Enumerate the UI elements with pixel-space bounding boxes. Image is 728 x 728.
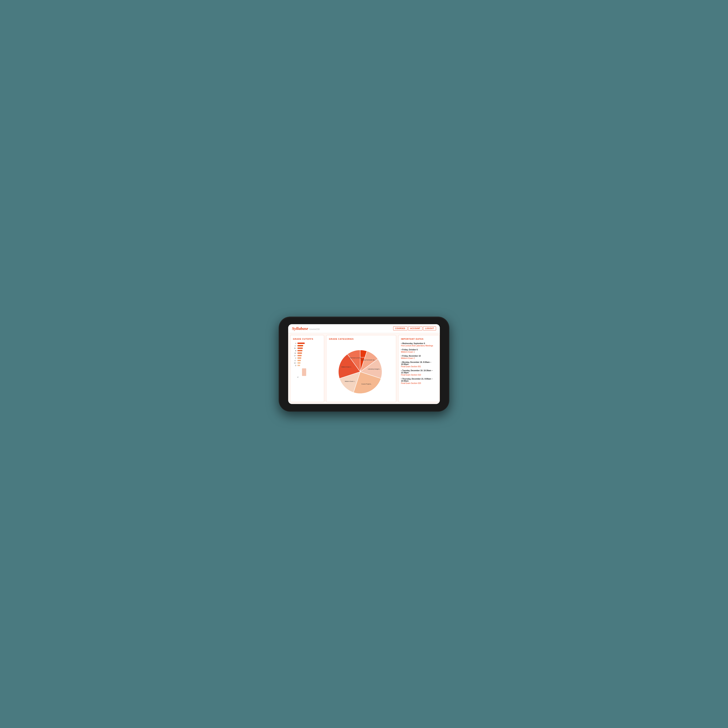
dates-list: •Wednesday, September 6First Lecture And… xyxy=(401,343,437,384)
device: Syllabase /course216 COURSES ACCOUNT LOG… xyxy=(279,317,449,411)
logo-area: Syllabase /course216 xyxy=(292,326,320,331)
date-link[interactable]: First Lecture And Laboratory Meetings xyxy=(401,345,437,347)
important-dates-panel: IMPORTANT DATES •Wednesday, September 6F… xyxy=(398,335,440,402)
date-day: •Monday, December 18. 8:00am – 10:00am xyxy=(401,361,437,366)
grade-label: B+ xyxy=(293,347,296,349)
grade-bar xyxy=(297,345,303,346)
nav-courses-button[interactable]: COURSES xyxy=(393,326,407,330)
grade-row: B xyxy=(293,350,321,352)
date-day: •Friday, October 6 xyxy=(401,349,437,351)
pie-label: Midterm Exam 2... xyxy=(341,366,352,367)
grade-cutoffs-panel: GRADE CUTOFFS AA-B+BB-C+CC-D+D F xyxy=(290,335,324,402)
grade-bar xyxy=(297,357,301,359)
main-content: GRADE CUTOFFS AA-B+BB-C+CC-D+D F GRADE C… xyxy=(288,333,440,404)
logo: Syllabase xyxy=(292,326,308,331)
chart-container: Participation...Weekly Homework Qu...Lab… xyxy=(329,343,393,399)
date-day: •Friday, November 10 xyxy=(401,355,437,357)
date-day: •Tuesday, December 19. 10:30am – 12:30pm xyxy=(401,370,437,374)
f-text: F xyxy=(297,376,321,378)
grade-label: C- xyxy=(293,359,296,361)
grade-row: C xyxy=(293,357,321,359)
date-link[interactable]: Final Exam Section 001 xyxy=(401,366,437,368)
grade-bar xyxy=(297,347,303,349)
pie-label: Weekly Homework Qu... xyxy=(361,359,376,361)
grade-bar xyxy=(297,360,301,361)
date-item: •Wednesday, September 6First Lecture And… xyxy=(401,343,437,347)
grade-row: B+ xyxy=(293,347,321,349)
grade-label: B- xyxy=(293,352,296,354)
date-link[interactable]: Midterm Exam 1 xyxy=(401,351,437,353)
pie-label: Laboratory Assignm... xyxy=(368,369,381,370)
grade-row: C+ xyxy=(293,355,321,356)
grade-row: B- xyxy=(293,352,321,354)
date-link[interactable]: Final Exam Section 020 xyxy=(401,382,437,384)
date-item: •Friday, November 10Midterm Exam 2 xyxy=(401,355,437,359)
grade-cutoffs-title: GRADE CUTOFFS xyxy=(293,338,321,340)
important-dates-title: IMPORTANT DATES xyxy=(401,338,437,340)
grade-cutoffs-list: AA-B+BB-C+CC-D+D xyxy=(293,343,321,367)
grade-row: C- xyxy=(293,359,321,361)
pie-label: Midterm Exam 1... xyxy=(345,381,356,382)
grade-label: D+ xyxy=(293,362,296,364)
pie-chart: Participation...Weekly Homework Qu...Lab… xyxy=(331,344,392,398)
date-day: •Thursday, December 21. 8:00am – 10:00am xyxy=(401,378,437,382)
grade-bar xyxy=(297,343,305,344)
breadcrumb: /course216 xyxy=(309,328,320,330)
grade-categories-title: GRADE CATEGORIES xyxy=(329,338,393,340)
grade-label: C+ xyxy=(293,355,296,356)
nav-logout-button[interactable]: LOGOUT xyxy=(423,326,436,330)
grade-row: D+ xyxy=(293,362,321,364)
grade-label: D xyxy=(293,365,296,367)
grade-row: D xyxy=(293,365,321,367)
date-item: •Friday, October 6Midterm Exam 1 xyxy=(401,349,437,353)
date-day: •Wednesday, September 6 xyxy=(401,343,437,344)
grade-row: A- xyxy=(293,345,321,347)
grade-categories-panel: GRADE CATEGORIES Participation...Weekly … xyxy=(326,335,396,402)
nav: COURSES ACCOUNT LOGOUT xyxy=(393,326,436,330)
grade-bar xyxy=(297,365,300,366)
date-link[interactable]: Midterm Exam 2 xyxy=(401,357,437,359)
date-link[interactable]: Final Exam Section 010 xyxy=(401,374,437,376)
f-bar xyxy=(302,369,306,376)
grade-label: A xyxy=(293,343,296,344)
date-item: •Tuesday, December 19. 10:30am – 12:30pm… xyxy=(401,370,437,376)
grade-label: B xyxy=(293,350,296,352)
grade-label: C xyxy=(293,357,296,359)
date-item: •Monday, December 18. 8:00am – 10:00amFi… xyxy=(401,361,437,368)
pie-label: Final Exam (Cumula... xyxy=(349,357,362,358)
grade-label: A- xyxy=(293,345,296,347)
pie-label: Course Projects... xyxy=(361,383,372,385)
grade-row: A xyxy=(293,343,321,344)
grade-bar xyxy=(297,350,302,351)
grade-bar xyxy=(297,352,302,354)
grade-bar xyxy=(297,355,301,356)
date-item: •Thursday, December 21. 8:00am – 10:00am… xyxy=(401,378,437,384)
header: Syllabase /course216 COURSES ACCOUNT LOG… xyxy=(288,324,440,333)
grade-bar xyxy=(297,362,300,364)
f-section: F xyxy=(293,369,321,378)
screen: Syllabase /course216 COURSES ACCOUNT LOG… xyxy=(288,324,440,404)
nav-account-button[interactable]: ACCOUNT xyxy=(408,326,422,330)
